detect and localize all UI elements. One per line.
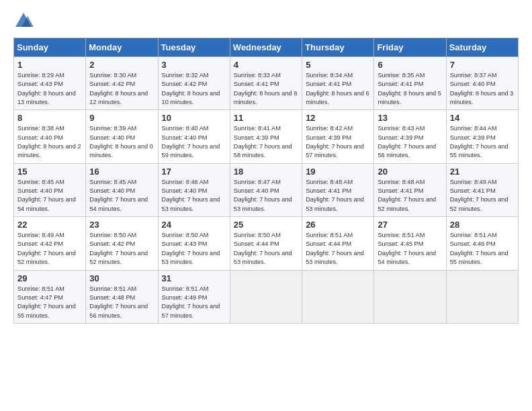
calendar-cell: 16Sunrise: 8:45 AMSunset: 4:40 PMDayligh… (86, 163, 158, 216)
day-number: 8 (17, 113, 83, 123)
calendar-cell: 14Sunrise: 8:44 AMSunset: 4:39 PMDayligh… (446, 110, 518, 163)
day-number: 13 (378, 113, 443, 123)
header (13, 11, 519, 31)
day-detail: Sunrise: 8:51 AMSunset: 4:45 PMDaylight:… (378, 231, 443, 267)
calendar-cell: 8Sunrise: 8:38 AMSunset: 4:40 PMDaylight… (14, 110, 86, 163)
calendar-cell (230, 270, 302, 323)
col-header-wednesday: Wednesday (230, 38, 302, 57)
day-detail: Sunrise: 8:50 AMSunset: 4:44 PMDaylight:… (234, 231, 299, 267)
week-row-3: 15Sunrise: 8:45 AMSunset: 4:40 PMDayligh… (14, 163, 519, 216)
calendar-header: SundayMondayTuesdayWednesdayThursdayFrid… (14, 38, 519, 57)
calendar-cell: 15Sunrise: 8:45 AMSunset: 4:40 PMDayligh… (14, 163, 86, 216)
day-detail: Sunrise: 8:50 AMSunset: 4:42 PMDaylight:… (89, 231, 154, 267)
day-detail: Sunrise: 8:47 AMSunset: 4:40 PMDaylight:… (234, 178, 299, 214)
week-row-2: 8Sunrise: 8:38 AMSunset: 4:40 PMDaylight… (14, 110, 519, 163)
calendar-cell (374, 270, 446, 323)
day-detail: Sunrise: 8:39 AMSunset: 4:40 PMDaylight:… (89, 124, 154, 160)
day-number: 6 (378, 60, 443, 70)
calendar-cell: 18Sunrise: 8:47 AMSunset: 4:40 PMDayligh… (230, 163, 302, 216)
day-detail: Sunrise: 8:38 AMSunset: 4:40 PMDaylight:… (17, 124, 83, 160)
calendar-cell: 20Sunrise: 8:48 AMSunset: 4:41 PMDayligh… (374, 163, 446, 216)
day-number: 10 (162, 113, 227, 123)
calendar-cell: 3Sunrise: 8:32 AMSunset: 4:42 PMDaylight… (158, 57, 230, 110)
day-detail: Sunrise: 8:48 AMSunset: 4:41 PMDaylight:… (378, 178, 443, 214)
day-detail: Sunrise: 8:45 AMSunset: 4:40 PMDaylight:… (89, 178, 154, 214)
day-number: 11 (234, 113, 299, 123)
col-header-thursday: Thursday (302, 38, 374, 57)
calendar-cell: 19Sunrise: 8:48 AMSunset: 4:41 PMDayligh… (302, 163, 374, 216)
day-number: 3 (162, 60, 227, 70)
day-number: 18 (234, 167, 299, 177)
day-detail: Sunrise: 8:33 AMSunset: 4:41 PMDaylight:… (234, 71, 299, 107)
day-detail: Sunrise: 8:49 AMSunset: 4:41 PMDaylight:… (450, 178, 515, 214)
week-row-1: 1Sunrise: 8:29 AMSunset: 4:43 PMDaylight… (14, 57, 519, 110)
calendar-cell: 17Sunrise: 8:46 AMSunset: 4:40 PMDayligh… (158, 163, 230, 216)
col-header-monday: Monday (86, 38, 158, 57)
calendar-cell: 13Sunrise: 8:43 AMSunset: 4:39 PMDayligh… (374, 110, 446, 163)
day-number: 26 (306, 220, 371, 230)
day-detail: Sunrise: 8:34 AMSunset: 4:41 PMDaylight:… (306, 71, 371, 107)
calendar-table: SundayMondayTuesdayWednesdayThursdayFrid… (13, 38, 519, 324)
day-detail: Sunrise: 8:44 AMSunset: 4:39 PMDaylight:… (450, 124, 515, 160)
day-number: 14 (450, 113, 515, 123)
day-detail: Sunrise: 8:40 AMSunset: 4:40 PMDaylight:… (162, 124, 227, 160)
day-detail: Sunrise: 8:37 AMSunset: 4:40 PMDaylight:… (450, 71, 515, 107)
day-number: 23 (89, 220, 154, 230)
week-row-4: 22Sunrise: 8:49 AMSunset: 4:42 PMDayligh… (14, 217, 519, 270)
day-number: 12 (306, 113, 371, 123)
day-detail: Sunrise: 8:32 AMSunset: 4:42 PMDaylight:… (162, 71, 227, 107)
day-number: 19 (306, 167, 371, 177)
col-header-saturday: Saturday (446, 38, 518, 57)
day-detail: Sunrise: 8:29 AMSunset: 4:43 PMDaylight:… (17, 71, 83, 107)
day-number: 22 (17, 220, 83, 230)
day-number: 15 (17, 167, 83, 177)
day-detail: Sunrise: 8:51 AMSunset: 4:49 PMDaylight:… (162, 285, 227, 320)
header-row: SundayMondayTuesdayWednesdayThursdayFrid… (14, 38, 519, 57)
day-detail: Sunrise: 8:51 AMSunset: 4:44 PMDaylight:… (306, 231, 371, 267)
day-detail: Sunrise: 8:50 AMSunset: 4:43 PMDaylight:… (162, 231, 227, 267)
day-number: 20 (378, 167, 443, 177)
calendar-cell: 29Sunrise: 8:51 AMSunset: 4:47 PMDayligh… (14, 270, 86, 323)
day-number: 7 (450, 60, 515, 70)
day-detail: Sunrise: 8:42 AMSunset: 4:39 PMDaylight:… (306, 124, 371, 160)
calendar-cell: 27Sunrise: 8:51 AMSunset: 4:45 PMDayligh… (374, 217, 446, 270)
calendar-cell: 23Sunrise: 8:50 AMSunset: 4:42 PMDayligh… (86, 217, 158, 270)
calendar-cell: 10Sunrise: 8:40 AMSunset: 4:40 PMDayligh… (158, 110, 230, 163)
day-number: 31 (162, 273, 227, 283)
day-detail: Sunrise: 8:48 AMSunset: 4:41 PMDaylight:… (306, 178, 371, 214)
day-detail: Sunrise: 8:45 AMSunset: 4:40 PMDaylight:… (17, 178, 83, 214)
week-row-5: 29Sunrise: 8:51 AMSunset: 4:47 PMDayligh… (14, 270, 519, 323)
day-detail: Sunrise: 8:51 AMSunset: 4:46 PMDaylight:… (450, 231, 515, 267)
page-container: SundayMondayTuesdayWednesdayThursdayFrid… (0, 0, 532, 330)
calendar-cell: 12Sunrise: 8:42 AMSunset: 4:39 PMDayligh… (302, 110, 374, 163)
day-number: 9 (89, 113, 154, 123)
col-header-tuesday: Tuesday (158, 38, 230, 57)
col-header-friday: Friday (374, 38, 446, 57)
calendar-cell: 25Sunrise: 8:50 AMSunset: 4:44 PMDayligh… (230, 217, 302, 270)
day-number: 29 (17, 273, 83, 283)
day-number: 4 (234, 60, 299, 70)
calendar-cell (446, 270, 518, 323)
calendar-cell: 4Sunrise: 8:33 AMSunset: 4:41 PMDaylight… (230, 57, 302, 110)
day-number: 5 (306, 60, 371, 70)
calendar-cell: 5Sunrise: 8:34 AMSunset: 4:41 PMDaylight… (302, 57, 374, 110)
day-detail: Sunrise: 8:51 AMSunset: 4:48 PMDaylight:… (89, 285, 154, 320)
logo-icon (13, 11, 34, 31)
day-number: 28 (450, 220, 515, 230)
calendar-cell: 2Sunrise: 8:30 AMSunset: 4:42 PMDaylight… (86, 57, 158, 110)
day-number: 25 (234, 220, 299, 230)
day-detail: Sunrise: 8:51 AMSunset: 4:47 PMDaylight:… (17, 285, 83, 320)
calendar-cell: 7Sunrise: 8:37 AMSunset: 4:40 PMDaylight… (446, 57, 518, 110)
col-header-sunday: Sunday (14, 38, 86, 57)
day-detail: Sunrise: 8:49 AMSunset: 4:42 PMDaylight:… (17, 231, 83, 267)
calendar-cell: 24Sunrise: 8:50 AMSunset: 4:43 PMDayligh… (158, 217, 230, 270)
day-number: 24 (162, 220, 227, 230)
day-number: 21 (450, 167, 515, 177)
calendar-cell: 30Sunrise: 8:51 AMSunset: 4:48 PMDayligh… (86, 270, 158, 323)
calendar-cell (302, 270, 374, 323)
day-number: 27 (378, 220, 443, 230)
calendar-cell: 22Sunrise: 8:49 AMSunset: 4:42 PMDayligh… (14, 217, 86, 270)
calendar-cell: 28Sunrise: 8:51 AMSunset: 4:46 PMDayligh… (446, 217, 518, 270)
calendar-cell: 9Sunrise: 8:39 AMSunset: 4:40 PMDaylight… (86, 110, 158, 163)
calendar-cell: 31Sunrise: 8:51 AMSunset: 4:49 PMDayligh… (158, 270, 230, 323)
